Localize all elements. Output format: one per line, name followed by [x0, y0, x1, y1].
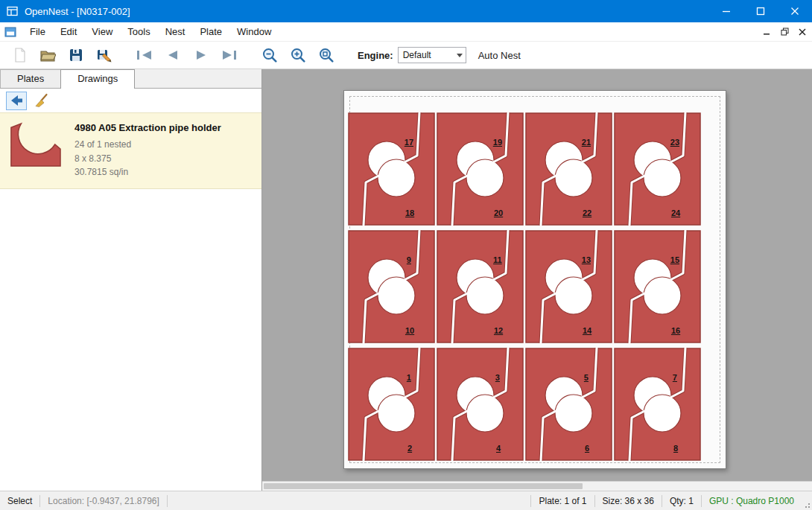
maximize-button[interactable]: [743, 0, 778, 22]
drawing-size: 8 x 8.375: [74, 152, 221, 166]
open-button[interactable]: [36, 44, 60, 66]
part-number-top: 1: [407, 374, 411, 382]
drawing-list-item[interactable]: 4980 A05 Extraction pipe holder 24 of 1 …: [0, 112, 261, 189]
previous-plate-button[interactable]: [161, 44, 185, 66]
auto-nest-button[interactable]: Auto Nest: [478, 50, 521, 61]
first-plate-button[interactable]: [133, 44, 156, 66]
part-number-bottom: 12: [494, 327, 503, 335]
nested-parts-pair: [525, 230, 612, 343]
last-plate-button[interactable]: [218, 44, 241, 66]
next-plate-button[interactable]: [189, 44, 213, 66]
resize-grip[interactable]: [802, 491, 812, 510]
part-number-bottom: 6: [585, 444, 589, 453]
part-number-top: 3: [495, 374, 500, 382]
menu-item-edit[interactable]: Edit: [53, 23, 84, 40]
part-number-bottom: 14: [583, 327, 591, 335]
nested-parts-pair: [525, 112, 612, 226]
mdi-restore-button[interactable]: [776, 25, 793, 39]
part-number-bottom: 24: [671, 209, 680, 217]
save-edit-button[interactable]: [92, 44, 116, 66]
broom-icon: [34, 93, 49, 108]
drawing-area: 30.7815 sq/in: [74, 165, 221, 179]
drawings-toolbar: [0, 89, 261, 112]
tab-plates[interactable]: Plates: [0, 69, 61, 88]
plate-sheet[interactable]: 17 18 19 20 21 22 23: [343, 90, 726, 469]
new-button[interactable]: [7, 44, 31, 66]
nested-parts-pair: [348, 112, 435, 226]
nest-cell[interactable]: 1 2: [348, 348, 435, 461]
tab-drawings[interactable]: Drawings: [60, 69, 135, 89]
status-mode: Select: [0, 496, 39, 506]
status-plate: Plate: 1 of 1: [531, 496, 594, 506]
nest-cell[interactable]: 23 24: [614, 112, 701, 226]
send-to-nest-button[interactable]: [6, 92, 27, 110]
title-bar: OpenNest - [N0317-002]: [0, 0, 812, 22]
nest-cell[interactable]: 15 16: [614, 230, 701, 343]
mdi-close-button[interactable]: [794, 25, 811, 39]
zoom-out-button[interactable]: [258, 44, 282, 66]
minimize-button[interactable]: [709, 0, 743, 22]
status-bar: Select Location: [-0.9437, 21.8796] Plat…: [0, 491, 812, 510]
status-qty: Qty: 1: [662, 496, 701, 506]
horizontal-scrollbar[interactable]: [262, 481, 812, 491]
menu-item-plate[interactable]: Plate: [192, 23, 229, 40]
close-button[interactable]: [778, 0, 812, 22]
nest-cell[interactable]: 7 8: [614, 348, 701, 461]
panel-tabs: Plates Drawings: [0, 69, 261, 89]
menu-item-view[interactable]: View: [84, 23, 120, 40]
menu-item-window[interactable]: Window: [229, 23, 279, 40]
nested-parts-pair: [437, 230, 524, 343]
nest-cell[interactable]: 21 22: [525, 112, 612, 226]
nested-parts-pair: [614, 112, 701, 226]
blue-arrow-left-icon: [9, 94, 24, 107]
part-number-bottom: 22: [583, 209, 591, 217]
status-size: Size: 36 x 36: [595, 496, 662, 506]
drawing-title: 4980 A05 Extraction pipe holder: [74, 122, 221, 133]
nested-parts-pair: [525, 348, 612, 461]
part-number-top: 11: [493, 256, 502, 264]
part-number-bottom: 8: [673, 444, 678, 453]
part-number-top: 19: [493, 138, 502, 147]
part-number-bottom: 18: [405, 209, 414, 217]
nested-parts-pair: [614, 348, 701, 461]
nest-cell[interactable]: 17 18: [348, 112, 435, 226]
part-number-top: 23: [670, 138, 679, 147]
tool-bar: Engine: Default Auto Nest: [0, 42, 812, 69]
part-number-bottom: 10: [405, 327, 414, 335]
nest-cell[interactable]: 11 12: [437, 230, 524, 343]
menu-item-nest[interactable]: Nest: [158, 23, 193, 40]
nest-cell[interactable]: 3 4: [437, 348, 524, 461]
nested-parts-pair: [348, 230, 435, 343]
part-thumbnail: [7, 121, 66, 179]
part-number-bottom: 2: [407, 444, 412, 453]
part-number-top: 7: [673, 374, 677, 382]
main-area: Plates Drawings 498: [0, 69, 812, 491]
save-button[interactable]: [64, 44, 88, 66]
zoom-fit-button[interactable]: [314, 44, 338, 66]
part-number-bottom: 4: [496, 444, 501, 453]
nested-parts-pair: [614, 230, 701, 343]
engine-select[interactable]: Default: [398, 47, 466, 63]
app-icon: [7, 6, 19, 16]
status-location: Location: [-0.9437, 21.8796]: [40, 496, 166, 506]
menu-item-file[interactable]: File: [22, 23, 53, 40]
engine-label: Engine:: [358, 50, 393, 61]
window-title: OpenNest - [N0317-002]: [25, 6, 709, 17]
part-number-top: 9: [407, 256, 411, 264]
part-number-top: 13: [582, 256, 591, 264]
side-panel: Plates Drawings 498: [0, 69, 262, 491]
nest-cell[interactable]: 19 20: [437, 112, 524, 226]
zoom-in-button[interactable]: [286, 44, 310, 66]
nest-canvas[interactable]: 17 18 19 20 21 22 23: [262, 69, 812, 491]
nest-cell[interactable]: 13 14: [525, 230, 612, 343]
drawing-info: 4980 A05 Extraction pipe holder 24 of 1 …: [74, 121, 221, 179]
clear-drawings-button[interactable]: [31, 92, 52, 110]
chevron-down-icon: [457, 54, 463, 57]
mdi-child-icon[interactable]: [4, 27, 16, 37]
nest-cell[interactable]: 9 10: [348, 230, 435, 343]
scrollbar-thumb[interactable]: [264, 483, 583, 489]
mdi-minimize-button[interactable]: [758, 25, 775, 39]
part-number-top: 17: [405, 138, 413, 147]
nest-cell[interactable]: 5 6: [525, 348, 612, 461]
menu-item-tools[interactable]: Tools: [120, 23, 157, 40]
